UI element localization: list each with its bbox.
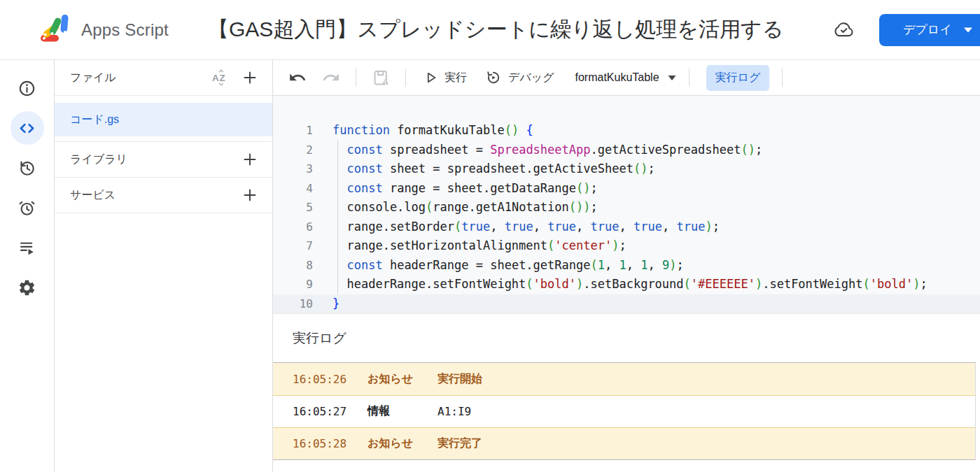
project-title[interactable]: 【GAS超入門】スプレッドシートに繰り返し処理を活用する <box>208 15 784 44</box>
code-token: ; <box>619 238 626 252</box>
app-name: Apps Script <box>81 20 169 40</box>
libraries-label: ライブラリ <box>70 152 127 167</box>
code-token: headerRange.setFontWeight <box>332 277 526 291</box>
code-text: const sheet = spreadsheet.getActiveSheet… <box>313 159 655 179</box>
code-token: 9 <box>662 258 669 272</box>
save-project-button[interactable] <box>369 66 393 90</box>
line-number: 4 <box>273 179 313 199</box>
sort-az-icon: A Z <box>211 69 230 87</box>
files-sidebar: ファイル A Z コード.gs <box>55 60 273 472</box>
svg-text:Z: Z <box>220 73 225 83</box>
execution-log-header: 実行ログ <box>273 313 980 362</box>
log-message: A1:I9 <box>438 405 471 418</box>
left-rail <box>0 60 55 472</box>
code-token: 1 <box>619 258 626 272</box>
svg-text:A: A <box>212 73 219 83</box>
code-token: true <box>634 220 662 234</box>
code-icon <box>18 119 36 138</box>
add-service-button[interactable] <box>240 185 260 205</box>
code-token: 'bold' <box>870 277 913 291</box>
function-selector[interactable]: formatKukuTable <box>575 71 676 84</box>
editor-line[interactable]: 5 console.log(range.getA1Notation()); <box>273 198 980 217</box>
toolbar-separator <box>782 69 783 87</box>
project-history-button[interactable] <box>10 151 44 185</box>
log-time: 16:05:28 <box>273 437 368 450</box>
editor-line[interactable]: 9 headerRange.setFontWeight('bold').setB… <box>273 275 980 294</box>
redo-icon <box>322 69 340 87</box>
code-token: } <box>332 296 340 310</box>
sidebar-divider <box>55 136 272 142</box>
code-token: , <box>605 258 619 272</box>
code-editor[interactable]: 1 function formatKukuTable() { 2 const s… <box>273 96 980 313</box>
code-token: .setFontWeight <box>762 277 862 291</box>
add-library-button[interactable] <box>240 150 260 169</box>
code-text: const spreadsheet = SpreadsheetApp.getAc… <box>313 141 762 160</box>
code-token: ) <box>669 258 676 272</box>
editor-line[interactable]: 3 const sheet = spreadsheet.getActiveShe… <box>273 159 980 179</box>
code-text: range.setBorder(true, true, true, true, … <box>313 217 720 237</box>
debug-button[interactable]: デバッグ <box>481 66 559 89</box>
info-icon <box>18 79 36 98</box>
code-token <box>519 123 526 137</box>
editor-code-button[interactable] <box>10 111 44 145</box>
code-text: console.log(range.getA1Notation()); <box>313 198 598 217</box>
sort-files-button[interactable]: A Z <box>211 68 230 87</box>
log-type: 情報 <box>368 404 438 419</box>
code-token: const <box>346 162 382 176</box>
file-item-code-gs[interactable]: コード.gs <box>55 103 272 136</box>
line-number: 10 <box>273 294 313 314</box>
code-token: () <box>741 143 755 157</box>
add-file-button[interactable] <box>240 68 260 87</box>
sidebar-section-services[interactable]: サービス <box>55 178 272 213</box>
editor-line[interactable]: 7 range.setHorizontalAlignment('center')… <box>273 236 980 256</box>
project-settings-button[interactable] <box>10 271 44 304</box>
code-token: , <box>533 220 547 234</box>
executions-button[interactable] <box>10 231 44 264</box>
line-number: 6 <box>273 217 313 237</box>
code-token: range.setHorizontalAlignment <box>332 238 547 252</box>
code-token <box>332 181 346 195</box>
code-token: ; <box>920 277 927 291</box>
save-icon <box>372 69 391 87</box>
code-token: ( <box>862 277 869 291</box>
editor-line[interactable]: 10 } <box>273 294 980 314</box>
code-token: ) <box>755 277 762 291</box>
triggers-button[interactable] <box>10 191 44 224</box>
debug-label: デバッグ <box>508 71 554 85</box>
line-number: 7 <box>273 236 313 256</box>
code-token: ( <box>547 238 554 252</box>
sidebar-section-libraries[interactable]: ライブラリ <box>55 142 272 178</box>
deploy-button[interactable]: デプロイ <box>879 14 980 46</box>
code-token: const <box>346 181 382 195</box>
main-panel: 実行 デバッグ formatKukuTable 実行ログ <box>273 60 980 472</box>
editor-line[interactable]: 2 const spreadsheet = SpreadsheetApp.get… <box>273 141 980 160</box>
code-text: const headerRange = sheet.getRange(1, 1,… <box>313 256 684 276</box>
code-token: const <box>346 143 382 157</box>
code-token: true <box>505 220 533 234</box>
code-token: const <box>346 258 382 272</box>
overview-info-button[interactable] <box>10 71 44 105</box>
code-token: true <box>461 220 490 234</box>
undo-button[interactable] <box>286 66 309 90</box>
code-token: 'bold' <box>533 277 576 291</box>
code-token <box>332 143 346 157</box>
editor-line[interactable]: 4 const range = sheet.getDataRange(); <box>273 179 980 199</box>
code-token: SpreadsheetApp <box>490 143 590 157</box>
log-time: 16:05:26 <box>273 373 368 386</box>
editor-line[interactable]: 1 function formatKukuTable() { <box>273 121 980 141</box>
plus-icon <box>241 151 258 168</box>
code-token: console.log <box>332 200 426 214</box>
editor-line[interactable]: 8 const headerRange = sheet.getRange(1, … <box>273 256 980 276</box>
header-actions: デプロイ <box>832 14 980 46</box>
code-token: headerRange = sheet.getRange <box>383 258 591 272</box>
execution-log-button[interactable]: 実行ログ <box>706 65 770 91</box>
deploy-label: デプロイ <box>903 22 952 38</box>
redo-button[interactable] <box>319 66 343 90</box>
save-status-cloud-icon[interactable] <box>832 18 855 42</box>
app-logo[interactable]: Apps Script <box>38 15 169 45</box>
run-button[interactable]: 実行 <box>419 67 471 88</box>
code-token: () <box>576 181 590 195</box>
code-text: } <box>313 294 340 314</box>
editor-line[interactable]: 6 range.setBorder(true, true, true, true… <box>273 217 980 237</box>
code-token: ( <box>454 220 461 234</box>
